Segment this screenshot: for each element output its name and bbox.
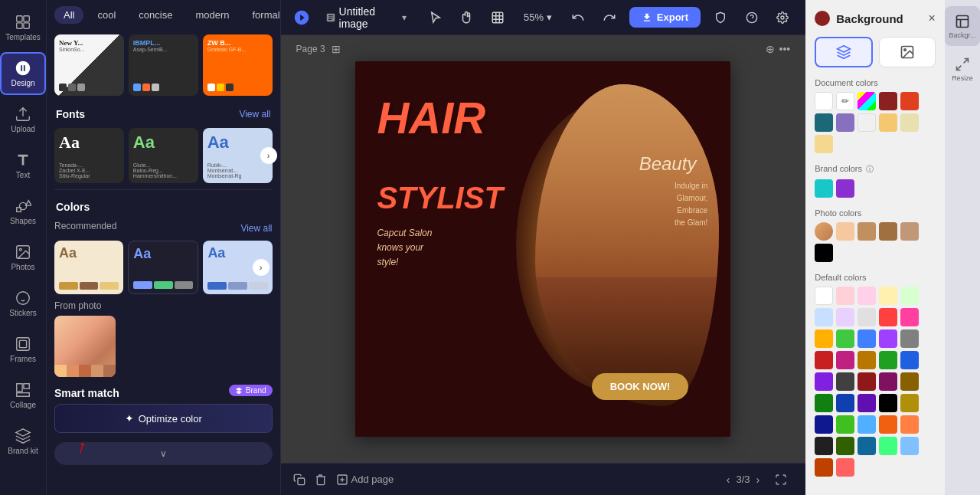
doc-color-cream[interactable] (900, 113, 919, 132)
def-color-0-0[interactable] (815, 287, 833, 305)
sidebar-item-photos[interactable]: Photos (0, 236, 46, 279)
def-color-1-6[interactable] (879, 329, 897, 348)
def-color-4-6[interactable] (900, 415, 919, 434)
help-button[interactable] (740, 5, 762, 30)
def-color-4-3[interactable] (836, 415, 854, 434)
template-card-2[interactable]: IBMPL... Asap-SemiB... (129, 34, 198, 96)
undo-button[interactable] (567, 5, 589, 30)
from-photo-card[interactable] (54, 316, 116, 377)
optimize-color-button[interactable]: ✦ Optimize color (54, 404, 273, 433)
def-color-5-1[interactable] (836, 437, 854, 455)
font-card-1[interactable]: Aa Tenada-... Zacbel X-E... Stilu-Regula… (54, 128, 124, 183)
photo-color-3[interactable] (879, 222, 897, 241)
doc-color-purple[interactable] (836, 113, 854, 132)
sidebar-item-brandkit[interactable]: Brand kit (0, 420, 46, 463)
def-color-2-0[interactable] (900, 329, 919, 348)
sidebar-item-templates[interactable]: Templates (0, 6, 46, 49)
doc-color-white[interactable] (815, 92, 833, 110)
book-now-button[interactable]: BOOK NOW! (592, 373, 689, 400)
palette-cards-next[interactable]: › (253, 259, 270, 276)
page-copy-button[interactable]: ⊕ (766, 43, 775, 55)
def-color-2-5[interactable] (900, 351, 919, 369)
brand-color-teal[interactable] (815, 179, 833, 198)
canvas-body[interactable]: Page 3 ⊞ ⊕ ••• HAIR STYLIST Capcut Salon… (281, 35, 806, 463)
doc-color-orange-red[interactable] (900, 92, 919, 110)
def-color-5-4[interactable] (900, 437, 919, 455)
def-color-0-1[interactable] (836, 287, 854, 305)
sidebar-item-collage[interactable]: Collage (0, 374, 46, 417)
doc-color-rainbow[interactable] (858, 92, 876, 110)
style-image-button[interactable] (879, 37, 936, 67)
page-expand-button[interactable]: ⊞ (332, 43, 341, 55)
def-color-2-1[interactable] (815, 351, 833, 369)
photo-source-swatch[interactable] (815, 222, 833, 241)
sidebar-item-design[interactable]: Design (0, 52, 46, 95)
photo-color-1[interactable] (836, 222, 854, 241)
def-color-0-6[interactable] (836, 308, 854, 326)
doc-color-light-gray[interactable] (858, 113, 876, 132)
sidebar-item-upload[interactable]: Upload (0, 98, 46, 141)
def-color-0-2[interactable] (858, 287, 876, 305)
template-card-3[interactable]: ZW B... Groteski GF-B... (203, 34, 273, 96)
def-color-5-2[interactable] (858, 437, 876, 455)
photo-color-4[interactable] (900, 222, 919, 241)
sidebar-item-frames[interactable]: Frames (0, 328, 46, 371)
def-color-3-2[interactable] (879, 372, 897, 391)
def-color-4-4[interactable] (858, 415, 876, 434)
def-color-2-4[interactable] (879, 351, 897, 369)
def-color-3-5[interactable] (836, 394, 854, 412)
def-color-3-0[interactable] (836, 372, 854, 391)
sidebar-item-stickers[interactable]: Stickers (0, 282, 46, 325)
def-color-5-5[interactable] (815, 458, 833, 477)
filter-tab-cool[interactable]: cool (88, 6, 125, 24)
def-color-0-3[interactable] (879, 287, 897, 305)
palette-card-dark[interactable]: Aa (128, 241, 198, 294)
shield-button[interactable] (710, 5, 731, 30)
def-color-3-1[interactable] (858, 372, 876, 391)
rp-background-button[interactable]: Backgr... (945, 6, 980, 46)
def-color-3-6[interactable] (858, 394, 876, 412)
copy-page-button[interactable] (293, 474, 305, 486)
filter-tab-formal[interactable]: formal (243, 6, 280, 24)
def-color-4-1[interactable] (900, 394, 919, 412)
sidebar-item-shapes[interactable]: Shapes (0, 190, 46, 233)
def-color-4-0[interactable] (879, 394, 897, 412)
def-color-3-4[interactable] (815, 394, 833, 412)
def-color-2-6[interactable] (815, 372, 833, 391)
hand-tool-button[interactable] (456, 5, 477, 30)
def-color-5-0[interactable] (815, 437, 833, 455)
document-name[interactable]: Untitled image ▾ (325, 5, 407, 30)
font-cards-next[interactable]: › (260, 147, 277, 164)
bg-panel-close-button[interactable]: × (928, 11, 935, 25)
doc-color-light-yellow[interactable] (815, 135, 833, 153)
redo-button[interactable] (598, 5, 619, 30)
cursor-tool-button[interactable] (425, 5, 446, 30)
def-color-3-3[interactable] (900, 372, 919, 391)
page-menu-button[interactable]: ••• (779, 43, 791, 55)
def-color-4-2[interactable] (815, 415, 833, 434)
export-button[interactable]: Export (629, 7, 701, 28)
def-color-1-2[interactable] (900, 308, 919, 326)
colors-view-all[interactable]: View all (240, 223, 272, 234)
def-color-2-2[interactable] (836, 351, 854, 369)
font-card-2[interactable]: Aa Glute... Baloo-Reg... Hammersmithon..… (129, 128, 198, 183)
palette-card-warm[interactable]: Aa (54, 241, 123, 294)
canvas-frame[interactable]: HAIR STYLIST Capcut Salon knows your sty… (355, 61, 730, 437)
add-page-button[interactable]: Add page (336, 474, 394, 486)
doc-color-teal[interactable] (815, 113, 833, 132)
brand-color-purple[interactable] (836, 179, 854, 198)
more-button[interactable]: ∨ (54, 442, 273, 465)
sidebar-item-text[interactable]: Text (0, 144, 46, 187)
fonts-view-all[interactable]: View all (239, 109, 270, 120)
def-color-5-3[interactable] (879, 437, 897, 455)
zoom-control[interactable]: 55% ▾ (518, 8, 558, 26)
delete-page-button[interactable] (315, 474, 327, 486)
def-color-4-5[interactable] (879, 415, 897, 434)
def-color-1-5[interactable] (858, 329, 876, 348)
def-color-1-4[interactable] (836, 329, 854, 348)
photo-color-black[interactable] (815, 244, 833, 262)
filter-tab-concise[interactable]: concise (129, 6, 181, 24)
rp-resize-button[interactable]: Resize (945, 49, 980, 89)
fullscreen-button[interactable] (769, 467, 793, 492)
def-color-0-5[interactable] (815, 308, 833, 326)
